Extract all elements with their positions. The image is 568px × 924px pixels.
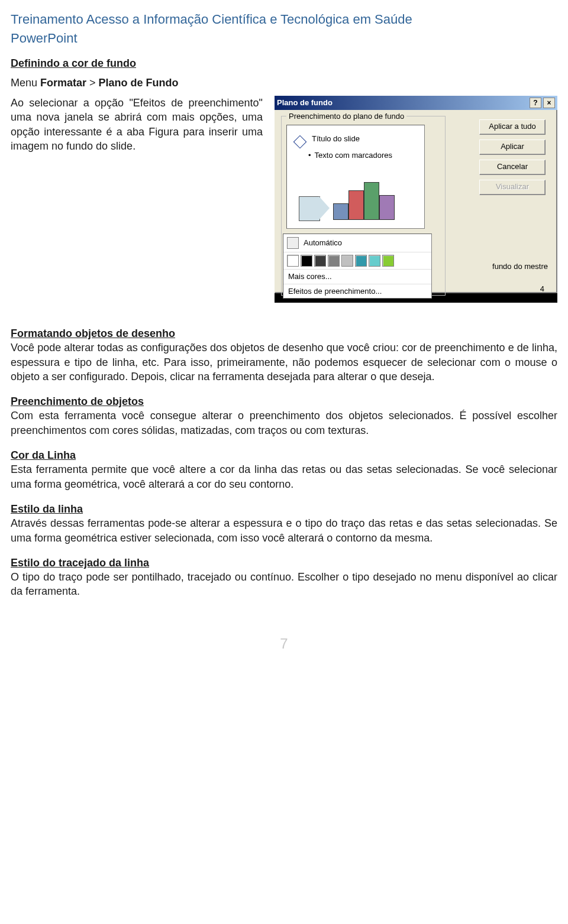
para-preenchimento: Com esta ferramenta você consegue altera… bbox=[11, 408, 557, 437]
more-colors-item[interactable]: Mais cores... bbox=[283, 269, 431, 284]
doc-header-line1: Treinamento Acesso a Informação Científi… bbox=[11, 11, 557, 28]
breadcrumb-item: Plano de Fundo bbox=[99, 77, 179, 89]
apply-all-button[interactable]: Aplicar a tudo bbox=[479, 119, 546, 135]
apply-button[interactable]: Aplicar bbox=[479, 140, 546, 155]
preview-button[interactable]: Visualizar bbox=[479, 180, 546, 195]
breadcrumb-menu: Formatar bbox=[40, 77, 86, 89]
breadcrumb: Menu Formatar > Plano de Fundo bbox=[11, 76, 557, 90]
color-swatch[interactable] bbox=[328, 255, 340, 267]
intro-paragraph: Ao selecionar a opção "Efeitos de preenc… bbox=[11, 96, 263, 303]
section-title-bg: Definindo a cor de fundo bbox=[11, 56, 557, 70]
para-cor-linha: Esta ferramenta permite que você altere … bbox=[11, 462, 557, 491]
swatch-row bbox=[283, 252, 431, 269]
heading-formatando: Formatando objetos de desenho bbox=[11, 326, 557, 341]
preview-chart bbox=[299, 179, 411, 220]
diamond-icon bbox=[293, 135, 307, 149]
para-formatando: Você pode alterar todas as configurações… bbox=[11, 341, 557, 384]
heading-cor-linha: Cor da Linha bbox=[11, 448, 557, 462]
heading-tracejado: Estilo do tracejado da linha bbox=[11, 556, 557, 570]
fieldset-legend: Preenchimento do plano de fundo bbox=[286, 111, 406, 122]
color-dropdown-panel: Automático Mais cores... bbox=[283, 234, 432, 299]
auto-label[interactable]: Automático bbox=[304, 238, 342, 248]
fill-effects-item[interactable]: Efeitos de preenchimento... bbox=[283, 284, 431, 299]
color-swatch[interactable] bbox=[369, 255, 380, 267]
color-swatch[interactable] bbox=[341, 255, 353, 267]
help-icon[interactable]: ? bbox=[530, 98, 541, 108]
breadcrumb-prefix: Menu bbox=[11, 77, 40, 89]
chart-bar bbox=[333, 203, 348, 220]
chart-bar bbox=[348, 190, 364, 220]
page-number: 7 bbox=[11, 634, 557, 653]
arrow-icon bbox=[299, 196, 330, 220]
cancel-button[interactable]: Cancelar bbox=[479, 160, 546, 175]
auto-swatch-icon bbox=[287, 237, 299, 249]
chart-bar bbox=[364, 182, 379, 220]
color-swatch[interactable] bbox=[314, 255, 326, 267]
breadcrumb-sep: > bbox=[86, 77, 99, 89]
doc-header-line2: PowerPoint bbox=[11, 30, 557, 47]
para-estilo-linha: Através dessas ferramentas pode-se alter… bbox=[11, 516, 557, 545]
slide-preview: Título do slide Texto com marcadores bbox=[286, 125, 425, 229]
heading-estilo-linha: Estilo da linha bbox=[11, 502, 557, 516]
color-swatch[interactable] bbox=[355, 255, 367, 267]
slide-index: 4 bbox=[540, 284, 544, 294]
color-swatch[interactable] bbox=[301, 255, 312, 267]
close-icon[interactable]: × bbox=[543, 98, 555, 108]
preview-bullet-text: Texto com marcadores bbox=[308, 150, 392, 161]
preview-title-text: Título do slide bbox=[312, 134, 360, 144]
color-swatch[interactable] bbox=[287, 255, 299, 267]
color-swatch[interactable] bbox=[382, 255, 394, 267]
dialog-title: Plano de fundo bbox=[277, 98, 333, 108]
para-tracejado: O tipo do traço pode ser pontilhado, tra… bbox=[11, 570, 557, 599]
chart-bar bbox=[379, 195, 395, 220]
master-bg-label: fundo do mestre bbox=[492, 261, 548, 272]
dialog-plano-de-fundo: Plano de fundo ? × Preenchimento do plan… bbox=[275, 96, 557, 293]
dialog-titlebar: Plano de fundo ? × bbox=[275, 96, 557, 110]
heading-preenchimento: Preenchimento de objetos bbox=[11, 394, 557, 408]
